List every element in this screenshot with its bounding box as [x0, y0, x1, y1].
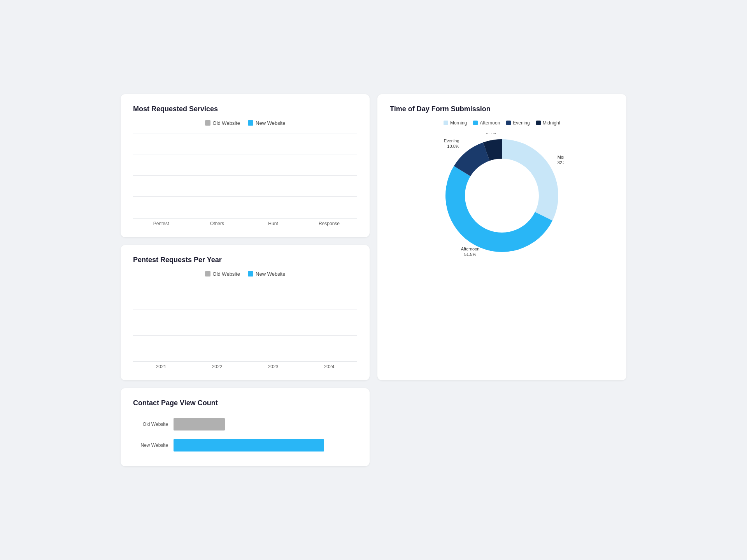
svg-point-0: [465, 159, 539, 233]
time-of-day-card: Time of Day Form Submission Morning Afte…: [377, 94, 626, 380]
bar-chart: [133, 133, 357, 219]
donut-svg: Morning 32.3% Afternoon 51.5% Evening 10…: [440, 133, 564, 258]
donut-legend-morning-color: [444, 121, 448, 125]
time-of-day-title: Time of Day Form Submission: [390, 105, 614, 113]
donut-legend-midnight: Midnight: [536, 120, 560, 126]
hbar-row-new: New Website: [133, 439, 357, 452]
donut-wrapper: Morning 32.3% Afternoon 51.5% Evening 10…: [390, 133, 614, 258]
pentest-legend-old-label: Old Website: [213, 271, 240, 277]
donut-legend: Morning Afternoon Evening Midnight: [390, 120, 614, 126]
donut-legend-afternoon-color: [473, 121, 478, 125]
year-chart: [133, 284, 357, 362]
label-response: Response: [301, 221, 357, 226]
pentest-legend-old-color: [205, 271, 210, 276]
donut-legend-evening-color: [506, 121, 511, 125]
label-2023: 2023: [245, 364, 301, 369]
label-afternoon-pct: 51.5%: [464, 252, 476, 256]
label-afternoon: Afternoon: [461, 246, 480, 251]
hbar-track-new: [174, 439, 357, 452]
donut-legend-afternoon-label: Afternoon: [480, 120, 500, 126]
contact-page-title: Contact Page View Count: [133, 399, 357, 407]
legend-new-website: New Website: [248, 120, 285, 126]
pentest-per-year-title: Pentest Requests Per Year: [133, 256, 357, 264]
dashboard: Most Requested Services Old Website New …: [121, 94, 626, 466]
hbar-chart: Old Website New Website: [133, 414, 357, 455]
hbar-track-old: [174, 418, 357, 430]
label-2021: 2021: [133, 364, 189, 369]
year-groups: [133, 284, 357, 361]
year-bottom-labels: 2021 2022 2023 2024: [133, 362, 357, 369]
label-hunt: Hunt: [245, 221, 301, 226]
bottom-labels: Pentest Others Hunt Response: [133, 219, 357, 226]
most-requested-chart: Pentest Others Hunt Response: [133, 133, 357, 226]
legend-old-label: Old Website: [213, 120, 240, 126]
bar-groups: [133, 133, 357, 218]
contact-page-card: Contact Page View Count Old Website New …: [121, 388, 370, 466]
legend-old-color: [205, 120, 210, 126]
donut-legend-morning-label: Morning: [450, 120, 467, 126]
pentest-chart-area: 2021 2022 2023 2024: [133, 284, 357, 369]
label-pentest: Pentest: [133, 221, 189, 226]
pentest-legend-old: Old Website: [205, 271, 240, 277]
pentest-legend: Old Website New Website: [133, 271, 357, 277]
hbar-fill-old: [174, 418, 225, 430]
pentest-legend-new-color: [248, 271, 253, 276]
donut-legend-morning: Morning: [444, 120, 467, 126]
label-morning-pct: 32.3%: [558, 160, 564, 165]
donut-legend-afternoon: Afternoon: [473, 120, 500, 126]
donut-legend-midnight-label: Midnight: [543, 120, 560, 126]
label-midnight-pct: 5.4%: [486, 133, 496, 135]
label-2024: 2024: [301, 364, 357, 369]
pentest-per-year-card: Pentest Requests Per Year Old Website Ne…: [121, 245, 370, 380]
donut-legend-evening: Evening: [506, 120, 530, 126]
donut-legend-midnight-color: [536, 121, 541, 125]
pentest-legend-new-label: New Website: [256, 271, 285, 277]
pentest-legend-new: New Website: [248, 271, 285, 277]
most-requested-title: Most Requested Services: [133, 105, 357, 113]
label-evening-pct: 10.8%: [447, 144, 459, 149]
label-2022: 2022: [189, 364, 245, 369]
most-requested-legend: Old Website New Website: [133, 120, 357, 126]
most-requested-card: Most Requested Services Old Website New …: [121, 94, 370, 237]
legend-new-label: New Website: [256, 120, 285, 126]
label-morning: Morning: [558, 155, 564, 159]
legend-old-website: Old Website: [205, 120, 240, 126]
label-evening: Evening: [444, 138, 459, 143]
hbar-row-old: Old Website: [133, 418, 357, 430]
donut-chart: Morning 32.3% Afternoon 51.5% Evening 10…: [440, 133, 564, 258]
label-others: Others: [189, 221, 245, 226]
legend-new-color: [248, 120, 253, 126]
hbar-label-new: New Website: [133, 443, 168, 448]
hbar-label-old: Old Website: [133, 422, 168, 427]
donut-legend-evening-label: Evening: [513, 120, 530, 126]
hbar-fill-new: [174, 439, 324, 452]
